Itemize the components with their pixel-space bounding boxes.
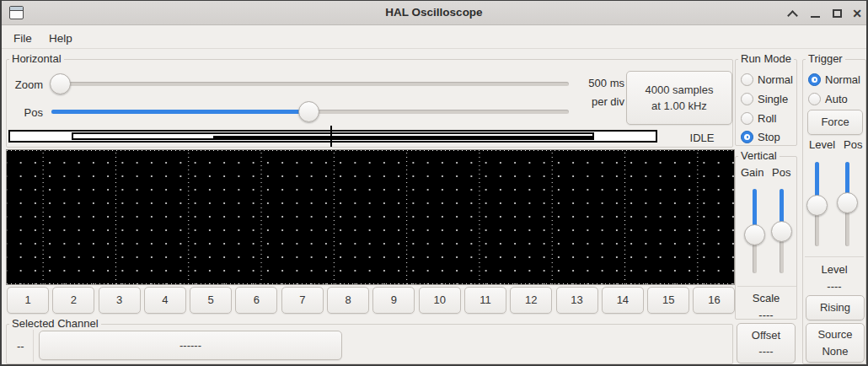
horizontal-legend: Horizontal bbox=[9, 52, 64, 65]
shade-button[interactable] bbox=[781, 1, 803, 25]
shade-icon bbox=[787, 10, 798, 21]
vertical-separator bbox=[737, 286, 796, 287]
hal-oscilloscope-window: HAL Oscilloscope ✕ File Help Horizontal … bbox=[0, 0, 868, 366]
run-mode-group: Run Mode Normal Single Roll Stop bbox=[735, 59, 797, 146]
trigger-group: Trigger Normal Auto Force Level Pos Leve… bbox=[802, 59, 866, 364]
run-mode-legend: Run Mode bbox=[738, 52, 794, 65]
minimize-icon bbox=[811, 16, 820, 18]
pos-slider-thumb[interactable] bbox=[298, 101, 319, 122]
trigger-source-line2: None bbox=[822, 343, 848, 360]
run-mode-option-normal[interactable]: Normal bbox=[741, 72, 793, 87]
radio-icon bbox=[741, 73, 753, 86]
trigger-level-value: ---- bbox=[803, 280, 865, 293]
vertical-legend: Vertical bbox=[738, 149, 780, 162]
capture-status: IDLE bbox=[677, 132, 727, 144]
trigger-pos-thumb[interactable] bbox=[837, 192, 858, 213]
selected-channel-value: -- bbox=[17, 340, 24, 353]
trigger-level-slider-label: Level bbox=[809, 138, 835, 151]
channel-button-2[interactable]: 2 bbox=[52, 287, 94, 314]
gain-slider[interactable] bbox=[744, 189, 766, 273]
channel-button-11[interactable]: 11 bbox=[464, 287, 506, 314]
vertical-pos-slider-label: Pos bbox=[772, 166, 790, 179]
zoom-slider[interactable] bbox=[51, 73, 569, 95]
gain-slider-label: Gain bbox=[741, 166, 764, 179]
zoom-slider-thumb[interactable] bbox=[50, 73, 71, 94]
channel-button-13[interactable]: 13 bbox=[556, 287, 598, 314]
trigger-level-caption: Level bbox=[803, 263, 865, 276]
minimize-button[interactable] bbox=[804, 1, 826, 25]
time-per-div: 500 ms per div bbox=[546, 74, 624, 111]
trigger-level-slider[interactable] bbox=[806, 162, 828, 246]
trigger-level-thumb[interactable] bbox=[806, 195, 828, 216]
vertical-pos-thumb[interactable] bbox=[771, 221, 792, 242]
channel-button-5[interactable]: 5 bbox=[190, 287, 232, 314]
trigger-legend: Trigger bbox=[806, 52, 845, 65]
gain-slider-thumb[interactable] bbox=[744, 224, 765, 245]
vertical-pos-slider[interactable] bbox=[771, 189, 793, 273]
record-length-button[interactable]: 4000 samples at 1.00 kHz bbox=[626, 71, 732, 125]
channel-button-9[interactable]: 9 bbox=[372, 287, 415, 314]
trigger-pos-slider-label: Pos bbox=[844, 138, 862, 151]
offset-line2: ---- bbox=[758, 343, 773, 360]
radio-icon bbox=[741, 93, 753, 105]
menu-file[interactable]: File bbox=[8, 30, 37, 46]
scope-display bbox=[6, 149, 735, 285]
scale-caption: Scale bbox=[736, 292, 796, 304]
trigger-option-normal[interactable]: Normal bbox=[808, 72, 860, 87]
trigger-option-auto[interactable]: Auto bbox=[808, 91, 848, 106]
radio-icon bbox=[741, 112, 753, 125]
selected-channel-separator bbox=[33, 330, 34, 362]
close-icon: ✕ bbox=[852, 8, 862, 19]
maximize-icon bbox=[833, 9, 842, 18]
maximize-button[interactable] bbox=[826, 1, 848, 25]
menu-help[interactable]: Help bbox=[44, 30, 78, 46]
run-mode-option-roll[interactable]: Roll bbox=[741, 110, 776, 126]
force-trigger-button[interactable]: Force bbox=[807, 110, 863, 135]
close-button[interactable]: ✕ bbox=[846, 1, 868, 25]
channel-button-15[interactable]: 15 bbox=[647, 287, 689, 314]
channel-button-16[interactable]: 16 bbox=[693, 287, 735, 314]
channel-button-8[interactable]: 8 bbox=[327, 287, 369, 314]
trigger-pos-vslider[interactable] bbox=[837, 162, 859, 246]
vertical-group: Vertical Gain Pos Scale ---- bbox=[735, 156, 797, 320]
trigger-source-button[interactable]: Source None bbox=[806, 323, 865, 363]
channel-button-12[interactable]: 12 bbox=[510, 287, 552, 314]
pos-slider[interactable] bbox=[51, 101, 569, 123]
trigger-position-marker bbox=[330, 126, 332, 147]
channel-button-10[interactable]: 10 bbox=[419, 287, 461, 314]
record-window-indicator bbox=[72, 132, 594, 140]
channel-button-6[interactable]: 6 bbox=[235, 287, 277, 314]
selected-channel-group: Selected Channel -- ------ bbox=[6, 324, 733, 364]
menubar: File Help bbox=[2, 26, 866, 49]
selected-channel-legend: Selected Channel bbox=[9, 317, 101, 330]
scale-value: ---- bbox=[736, 309, 796, 321]
titlebar: HAL Oscilloscope ✕ bbox=[2, 1, 866, 25]
pos-slider-fill bbox=[51, 110, 308, 114]
radio-checked-icon bbox=[741, 131, 753, 143]
run-mode-option-single[interactable]: Single bbox=[741, 91, 788, 106]
pos-label: Pos bbox=[9, 106, 43, 119]
horizontal-group: Horizontal Zoom Pos 500 ms per div 4000 … bbox=[6, 59, 733, 148]
record-zoom-indicator bbox=[213, 136, 592, 138]
record-length-line2: at 1.00 kHz bbox=[651, 98, 707, 115]
channel-button-7[interactable]: 7 bbox=[281, 287, 324, 314]
channel-button-row: 1 2 3 4 5 6 7 8 9 10 11 12 13 14 15 16 bbox=[7, 287, 735, 314]
offset-line1: Offset bbox=[752, 327, 780, 344]
offset-button[interactable]: Offset ---- bbox=[737, 323, 796, 363]
channel-button-1[interactable]: 1 bbox=[7, 287, 49, 314]
channel-button-3[interactable]: 3 bbox=[99, 287, 141, 314]
record-position-indicator bbox=[8, 130, 657, 143]
trigger-edge-button[interactable]: Rising bbox=[806, 295, 865, 320]
trigger-separator bbox=[805, 256, 864, 257]
channel-button-14[interactable]: 14 bbox=[602, 287, 644, 314]
selected-channel-name-button[interactable]: ------ bbox=[39, 331, 342, 360]
zoom-slider-track bbox=[51, 82, 569, 86]
radio-icon bbox=[808, 93, 821, 105]
time-per-div-line2: per div bbox=[546, 93, 624, 111]
channel-button-4[interactable]: 4 bbox=[144, 287, 186, 314]
trigger-source-line1: Source bbox=[817, 326, 852, 343]
run-mode-option-stop[interactable]: Stop bbox=[741, 129, 780, 144]
record-length-line1: 4000 samples bbox=[646, 82, 714, 99]
radio-checked-icon bbox=[808, 73, 821, 86]
zoom-label: Zoom bbox=[9, 78, 43, 91]
